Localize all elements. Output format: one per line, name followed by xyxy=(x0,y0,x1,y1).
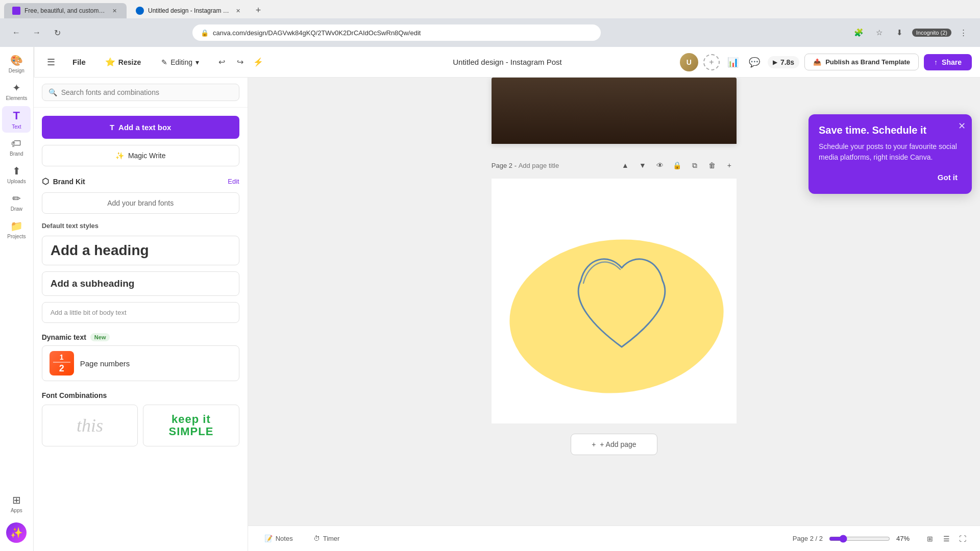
tab-close-1[interactable]: ✕ xyxy=(110,7,118,15)
publish-label: Publish as Brand Template xyxy=(825,58,910,66)
magic-icon: ✨ xyxy=(10,527,23,539)
new-tab-button[interactable]: + xyxy=(251,3,265,17)
page-lock-button[interactable]: 🔒 xyxy=(670,158,684,172)
zoom-value: 47% xyxy=(896,535,917,542)
brand-icon: 🏷 xyxy=(11,138,21,149)
sidebar-item-brand[interactable]: 🏷 Brand xyxy=(2,135,31,160)
add-person-button[interactable]: + xyxy=(703,54,720,70)
timer-display[interactable]: ▶ 7.8s xyxy=(768,56,799,68)
forward-button[interactable]: → xyxy=(29,24,45,41)
address-bar[interactable]: 🔒 canva.com/design/DAGVwk84gKQ/2TWv0K2Dr… xyxy=(192,24,601,41)
sidebar-label-projects: Projects xyxy=(7,234,26,239)
back-button[interactable]: ← xyxy=(8,24,24,41)
tab-close-2[interactable]: ✕ xyxy=(234,7,242,15)
sidebar-item-text[interactable]: T Text xyxy=(2,106,31,133)
elements-icon: ✦ xyxy=(12,82,21,94)
add-body-button[interactable]: Add a little bit of body text xyxy=(42,302,239,323)
sidebar-label-elements: Elements xyxy=(6,95,28,101)
got-it-button[interactable]: Got it xyxy=(934,171,962,184)
magic-button[interactable]: ✨ xyxy=(6,522,27,543)
fullscreen-button[interactable]: ⛶ xyxy=(955,532,970,546)
font-combination-item-2[interactable]: keep itSIMPLE xyxy=(143,405,239,446)
page-eye-button[interactable]: 👁 xyxy=(653,158,667,172)
text-icon: T xyxy=(13,109,20,122)
top-bar-right: U + 📊 💬 ▶ 7.8s 📤 Publish as Brand Templa… xyxy=(680,53,972,71)
download-icon[interactable]: ⬇ xyxy=(892,24,908,41)
panel-content: T Add a text box ✨ Magic Write ⬡ Brand K… xyxy=(34,108,248,455)
page-copy-button[interactable]: ⧉ xyxy=(688,158,702,172)
page-down-button[interactable]: ▼ xyxy=(635,158,650,172)
file-button[interactable]: File xyxy=(67,55,91,69)
app-container: 🎨 Design ✦ Elements T Text 🏷 Brand ⬆ Upl… xyxy=(0,47,980,551)
magic-write-top-button[interactable]: ⚡ xyxy=(250,54,266,70)
font-comb-text-2: keep itSIMPLE xyxy=(169,413,214,438)
page-numbers-card[interactable]: 1 2 Page numbers xyxy=(42,345,239,381)
browser-tab-1[interactable]: Free, beautiful, and customizabl... ✕ xyxy=(4,3,127,18)
brand-kit-label: Brand Kit xyxy=(53,178,85,186)
editing-label: Editing xyxy=(170,58,192,66)
magic-write-button[interactable]: ✨ Magic Write xyxy=(42,145,239,166)
sidebar-item-projects[interactable]: 📁 Projects xyxy=(2,217,31,242)
editing-button[interactable]: ✎ Editing ▾ xyxy=(155,55,205,69)
sidebar-label-draw: Draw xyxy=(11,206,22,212)
analytics-button[interactable]: 📊 xyxy=(725,54,741,70)
menu-icon[interactable]: ⋮ xyxy=(955,24,972,41)
timer-label: Timer xyxy=(323,535,340,542)
incognito-badge[interactable]: Incognito (2) xyxy=(912,29,951,37)
sidebar-item-draw[interactable]: ✏ Draw xyxy=(2,189,31,215)
grid-view-button[interactable]: ⊞ xyxy=(923,532,937,546)
list-view-button[interactable]: ☰ xyxy=(939,532,953,546)
canvas-page-2[interactable] xyxy=(492,179,737,423)
brand-kit-edit-link[interactable]: Edit xyxy=(228,178,239,185)
sidebar-item-apps[interactable]: ⊞ Apps xyxy=(2,491,31,516)
share-button[interactable]: ↑ Share xyxy=(924,54,972,70)
page-delete-button[interactable]: 🗑 xyxy=(705,158,719,172)
zoom-slider[interactable] xyxy=(829,535,890,543)
canvas-area: Page 2 - ▲ ▼ 👁 🔒 ⧉ 🗑 + xyxy=(248,78,980,551)
search-box[interactable]: 🔍 xyxy=(42,84,239,101)
add-page-button[interactable]: + + Add page xyxy=(571,434,657,455)
undo-button[interactable]: ↩ xyxy=(213,54,230,70)
notes-icon: 📝 xyxy=(264,535,273,542)
redo-button[interactable]: ↪ xyxy=(232,54,248,70)
tab-favicon-1 xyxy=(12,7,20,15)
popup-close-button[interactable]: ✕ xyxy=(958,120,966,132)
page-num-bottom: 2 xyxy=(59,363,64,374)
top-bar: ☰ File ⭐ Resize ✎ Editing ▾ ↩ ↪ ⚡ Untitl… xyxy=(35,47,980,78)
refresh-button[interactable]: ↻ xyxy=(49,24,65,41)
resize-button[interactable]: ⭐ Resize xyxy=(99,54,147,70)
brand-kit-title: ⬡ Brand Kit xyxy=(42,177,85,186)
hamburger-menu[interactable]: ☰ xyxy=(43,54,59,70)
share-label: Share xyxy=(942,58,962,66)
publish-button[interactable]: 📤 Publish as Brand Template xyxy=(804,54,919,70)
design-icon: 🎨 xyxy=(10,54,23,66)
timer-bottom-button[interactable]: ⏱ Timer xyxy=(307,532,346,545)
bookmark-icon[interactable]: ☆ xyxy=(871,24,888,41)
browser-tab-2[interactable]: Untitled design - Instagram Po... ✕ xyxy=(128,3,250,18)
search-input[interactable] xyxy=(61,88,233,96)
font-combination-item-1[interactable]: this xyxy=(42,405,138,446)
brand-kit-section: ⬡ Brand Kit Edit xyxy=(42,177,239,186)
add-subheading-button[interactable]: Add a subheading xyxy=(42,271,239,296)
comment-button[interactable]: 💬 xyxy=(746,54,763,70)
sidebar-item-elements[interactable]: ✦ Elements xyxy=(2,79,31,104)
text-box-icon: T xyxy=(110,123,114,132)
add-heading-button[interactable]: Add a heading xyxy=(42,236,239,265)
page-up-button[interactable]: ▲ xyxy=(618,158,632,172)
main-content: 🔍 T Add a text box ✨ Magic Write xyxy=(34,78,980,551)
page-more-button[interactable]: + xyxy=(722,158,737,172)
dynamic-text-section: Dynamic text New 1 2 Page numbers xyxy=(42,333,239,381)
add-text-box-button[interactable]: T Add a text box xyxy=(42,116,239,139)
add-brand-fonts-button[interactable]: Add your brand fonts xyxy=(42,192,239,214)
avatar[interactable]: U xyxy=(680,53,698,71)
tab-label-2: Untitled design - Instagram Po... xyxy=(148,7,230,14)
browser-nav: ← → ↻ 🔒 canva.com/design/DAGVwk84gKQ/2TW… xyxy=(0,18,980,47)
extensions-icon[interactable]: 🧩 xyxy=(851,24,867,41)
sidebar-item-design[interactable]: 🎨 Design xyxy=(2,51,31,77)
font-combinations-grid: this keep itSIMPLE xyxy=(42,405,239,446)
search-icon: 🔍 xyxy=(48,88,57,96)
page-title-input[interactable] xyxy=(519,162,590,169)
sidebar-item-uploads[interactable]: ⬆ Uploads xyxy=(2,162,31,187)
notes-button[interactable]: 📝 Notes xyxy=(258,532,299,545)
font-combinations-label: Font Combinations xyxy=(42,391,239,399)
